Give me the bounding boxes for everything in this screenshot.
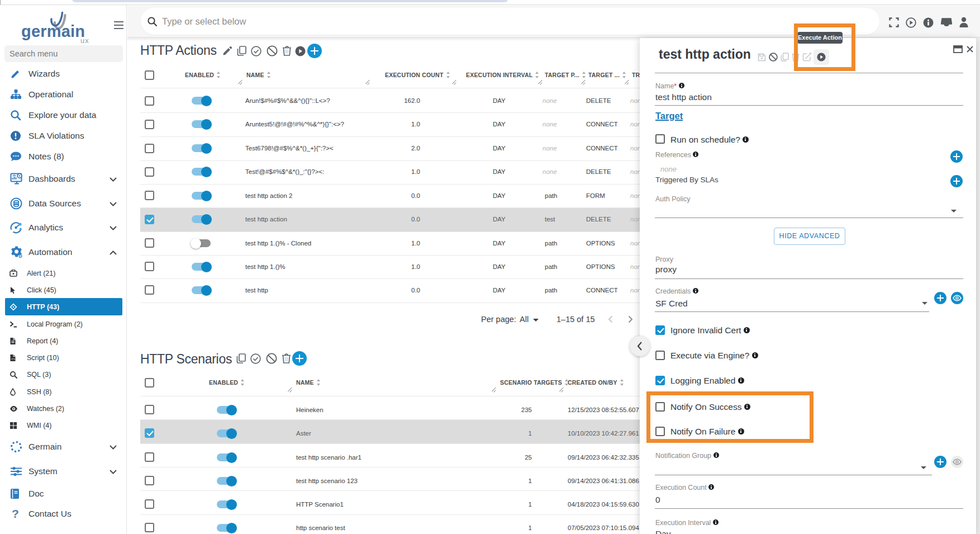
svg-text:<>: <> <box>11 357 16 361</box>
